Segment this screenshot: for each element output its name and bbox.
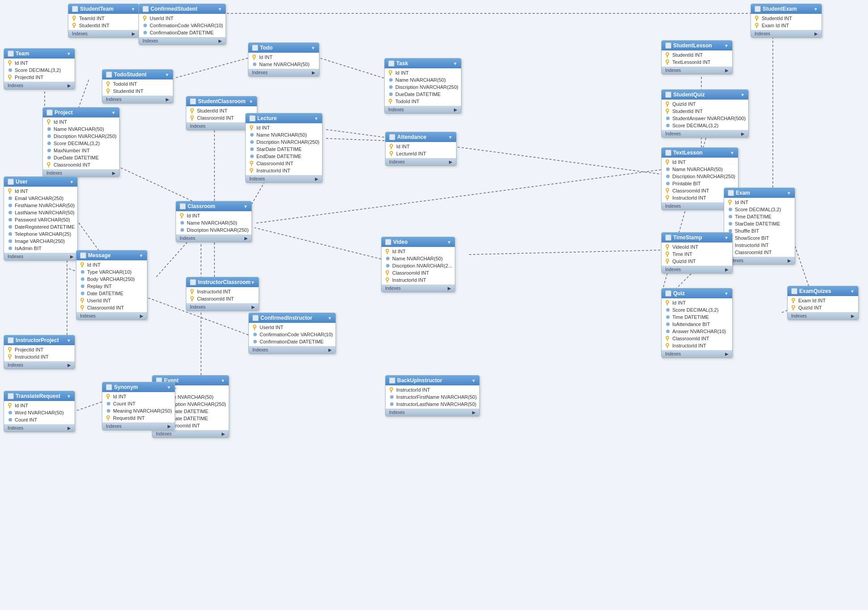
table-footer-lecture[interactable]: Indexes ▶: [246, 175, 322, 183]
footer-arrow-event[interactable]: ▶: [222, 431, 225, 436]
table-team[interactable]: Team ▼ Id INTScore DECIMAL(3,2)ProjectId…: [4, 48, 75, 90]
dropdown-arrow-classroom[interactable]: ▼: [243, 204, 248, 209]
table-header-backupinstructor[interactable]: BackUpInstructor ▼: [386, 376, 479, 385]
table-footer-exam[interactable]: Indexes ▶: [724, 257, 795, 264]
dropdown-arrow-studentlesson[interactable]: ▼: [724, 43, 729, 48]
table-todostudent[interactable]: TodoStudent ▼ TodoId INTStudentId INT In…: [102, 69, 173, 104]
table-footer-quiz[interactable]: Indexes ▶: [662, 350, 732, 358]
table-confirmedstudent[interactable]: ConfirmedStudent ▼ UserId INTConfirmatio…: [138, 4, 226, 45]
footer-arrow-confirmedstudent[interactable]: ▶: [218, 38, 222, 43]
table-header-confirmedinstructor[interactable]: ConfirmedInstructor ▼: [249, 313, 335, 323]
footer-arrow-message[interactable]: ▶: [140, 313, 143, 318]
dropdown-arrow-confirmedinstructor[interactable]: ▼: [327, 316, 332, 321]
table-header-video[interactable]: Video ▼: [382, 237, 455, 247]
footer-arrow-synonym[interactable]: ▶: [168, 424, 171, 429]
table-footer-event[interactable]: Indexes ▶: [152, 430, 229, 438]
dropdown-arrow-studentclassroom[interactable]: ▼: [249, 99, 253, 104]
dropdown-arrow-studentexam[interactable]: ▼: [813, 7, 818, 12]
table-todo[interactable]: Todo ▼ Id INTName NVARCHAR(50) Indexes ▶: [248, 42, 319, 77]
table-header-quiz[interactable]: Quiz ▼: [662, 288, 732, 298]
table-video[interactable]: Video ▼ Id INTName NVARCHAR(50)Discripti…: [381, 237, 455, 292]
footer-arrow-todo[interactable]: ▶: [312, 70, 315, 75]
table-footer-studentlesson[interactable]: Indexes ▶: [662, 67, 732, 74]
table-header-todo[interactable]: Todo ▼: [248, 43, 319, 53]
table-confirmedinstructor[interactable]: ConfirmedInstructor ▼ UserId INTConfirma…: [248, 313, 336, 354]
dropdown-arrow-video[interactable]: ▼: [447, 240, 451, 245]
footer-arrow-examquizes[interactable]: ▶: [851, 313, 855, 318]
table-message[interactable]: Message ▼ Id INTType VARCHAR(10)Body VAR…: [76, 250, 147, 320]
footer-arrow-instructorproject[interactable]: ▶: [67, 363, 71, 368]
table-timestamp[interactable]: TimeStamp ▼ VideoId INTTime INTQuizId IN…: [661, 232, 733, 274]
table-header-confirmedstudent[interactable]: ConfirmedStudent ▼: [139, 4, 226, 14]
table-header-instructorproject[interactable]: InstructorProject ▼: [4, 335, 75, 345]
table-footer-project[interactable]: Indexes ▶: [43, 169, 119, 177]
table-classroom[interactable]: Classroom ▼ Id INTName NVARCHAR(50)Discr…: [176, 201, 252, 242]
table-footer-studentteam[interactable]: Indexes ▶: [68, 30, 139, 38]
dropdown-arrow-team[interactable]: ▼: [67, 51, 71, 56]
table-header-instructorclassroom[interactable]: InstructorClassroom ▼: [186, 277, 259, 287]
table-header-classroom[interactable]: Classroom ▼: [176, 201, 252, 211]
table-backupinstructor[interactable]: BackUpInstructor ▼ InstructorId INTInstr…: [385, 375, 480, 417]
table-header-studentexam[interactable]: StudentExam ▼: [751, 4, 822, 14]
footer-arrow-studentteam[interactable]: ▶: [132, 31, 135, 36]
table-footer-instructorclassroom[interactable]: Indexes ▶: [186, 303, 259, 311]
dropdown-arrow-message[interactable]: ▼: [139, 253, 143, 258]
dropdown-arrow-project[interactable]: ▼: [111, 110, 116, 115]
dropdown-arrow-attendance[interactable]: ▼: [448, 135, 453, 140]
table-footer-user[interactable]: Indexes ▶: [4, 253, 77, 260]
footer-arrow-project[interactable]: ▶: [112, 171, 116, 175]
dropdown-arrow-confirmedstudent[interactable]: ▼: [218, 7, 222, 12]
table-footer-message[interactable]: Indexes ▶: [76, 312, 147, 320]
footer-arrow-user[interactable]: ▶: [70, 254, 74, 259]
table-attendance[interactable]: Attendance ▼ Id INTLectureId INT Indexes…: [385, 132, 457, 166]
table-header-synonym[interactable]: Synonym ▼: [102, 382, 175, 392]
table-footer-translaterequest[interactable]: Indexes ▶: [4, 424, 75, 432]
table-quiz[interactable]: Quiz ▼ Id INTScore DECIMAL(3,2)Time DATE…: [661, 288, 733, 358]
dropdown-arrow-translaterequest[interactable]: ▼: [67, 394, 71, 399]
table-footer-backupinstructor[interactable]: Indexes ▶: [386, 409, 479, 416]
footer-arrow-todostudent[interactable]: ▶: [166, 97, 169, 102]
table-header-studentquiz[interactable]: StudentQuiz ▼: [662, 90, 748, 100]
footer-arrow-studentlesson[interactable]: ▶: [725, 68, 729, 73]
table-footer-video[interactable]: Indexes ▶: [382, 284, 455, 292]
table-header-team[interactable]: Team ▼: [4, 49, 75, 58]
table-footer-todo[interactable]: Indexes ▶: [248, 69, 319, 76]
table-footer-instructorproject[interactable]: Indexes ▶: [4, 361, 75, 369]
footer-arrow-team[interactable]: ▶: [67, 83, 71, 88]
footer-arrow-instructorclassroom[interactable]: ▶: [252, 305, 255, 309]
table-footer-classroom[interactable]: Indexes ▶: [176, 234, 252, 242]
footer-arrow-studentexam[interactable]: ▶: [814, 31, 818, 36]
table-header-timestamp[interactable]: TimeStamp ▼: [662, 233, 732, 242]
dropdown-arrow-studentquiz[interactable]: ▼: [740, 92, 745, 97]
table-footer-studentexam[interactable]: Indexes ▶: [751, 30, 822, 38]
footer-arrow-exam[interactable]: ▶: [788, 258, 791, 263]
dropdown-arrow-quiz[interactable]: ▼: [724, 291, 729, 296]
table-footer-team[interactable]: Indexes ▶: [4, 82, 75, 89]
table-instructorclassroom[interactable]: InstructorClassroom ▼ InstructorId INTCl…: [186, 277, 259, 311]
footer-arrow-task[interactable]: ▶: [454, 107, 457, 112]
table-examquizes[interactable]: ExamQuizes ▼ Exam Id INTQuizId INT Index…: [787, 286, 859, 320]
dropdown-arrow-instructorproject[interactable]: ▼: [67, 338, 71, 343]
dropdown-arrow-synonym[interactable]: ▼: [167, 385, 171, 390]
dropdown-arrow-examquizes[interactable]: ▼: [850, 289, 855, 294]
dropdown-arrow-user[interactable]: ▼: [69, 180, 74, 184]
dropdown-arrow-todo[interactable]: ▼: [311, 46, 315, 50]
table-header-task[interactable]: Task ▼: [385, 58, 461, 68]
table-footer-timestamp[interactable]: Indexes ▶: [662, 266, 732, 273]
footer-arrow-video[interactable]: ▶: [448, 286, 451, 291]
table-header-textlesson[interactable]: TextLesson ▼: [662, 148, 738, 158]
footer-arrow-translaterequest[interactable]: ▶: [67, 426, 71, 430]
footer-arrow-lecture[interactable]: ▶: [315, 176, 319, 181]
table-header-studentlesson[interactable]: StudentLesson ▼: [662, 41, 732, 50]
dropdown-arrow-event[interactable]: ▼: [221, 378, 225, 383]
table-translaterequest[interactable]: TranslateRequest ▼ Id INTWord NVARCHAR(5…: [4, 391, 75, 432]
dropdown-arrow-task[interactable]: ▼: [453, 61, 457, 66]
table-footer-todostudent[interactable]: Indexes ▶: [102, 96, 173, 103]
table-header-examquizes[interactable]: ExamQuizes ▼: [788, 286, 858, 296]
dropdown-arrow-backupinstructor[interactable]: ▼: [471, 378, 476, 383]
dropdown-arrow-instructorclassroom[interactable]: ▼: [251, 280, 255, 285]
dropdown-arrow-textlesson[interactable]: ▼: [730, 150, 734, 155]
table-header-message[interactable]: Message ▼: [76, 251, 147, 260]
table-synonym[interactable]: Synonym ▼ Id INTCount INTMeaning NVARCHA…: [102, 382, 175, 430]
footer-arrow-studentquiz[interactable]: ▶: [741, 131, 745, 136]
